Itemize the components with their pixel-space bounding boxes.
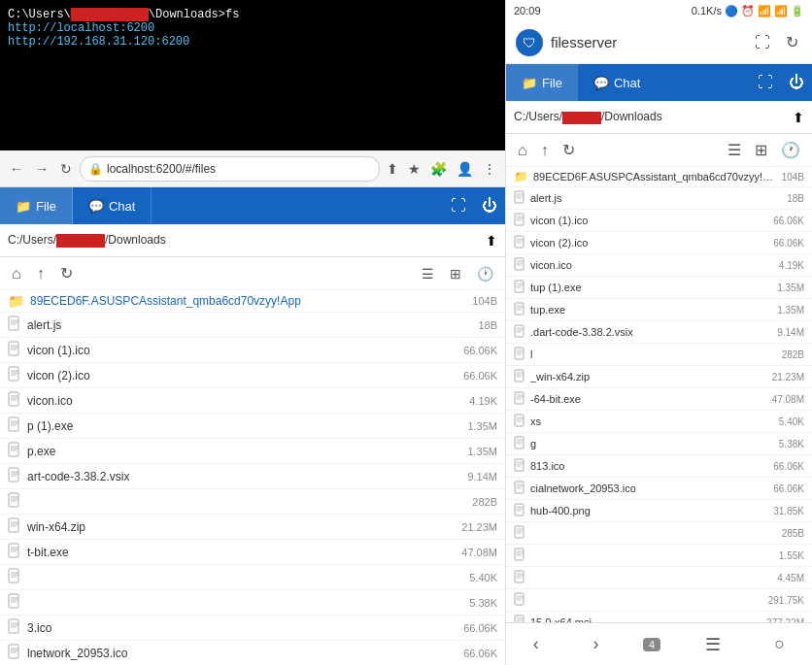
ext-button[interactable]: 🧩 — [427, 159, 450, 179]
status-icons: 0.1K/s 🔵 ⏰ 📶 📶 🔋 — [692, 5, 804, 17]
left-file-item-11[interactable]: 5.40K — [0, 565, 505, 590]
left-expand-button[interactable]: ⛶ — [443, 197, 474, 215]
right-file-name: vicon (2).ico — [530, 237, 768, 249]
right-file-item-11[interactable]: xs5.40K — [506, 411, 812, 433]
file-name: p (1).exe — [27, 419, 461, 433]
right-path-text: C:/Users//Downloads — [514, 110, 793, 123]
left-grid-view-button[interactable]: ⊞ — [446, 264, 465, 283]
left-file-item-5[interactable]: p (1).exe1.35M — [0, 414, 505, 439]
right-home-button[interactable]: ⌂ — [514, 140, 531, 161]
left-file-item-7[interactable]: art-code-3.38.2.vsix9.14M — [0, 464, 505, 489]
bookmark-button[interactable]: ★ — [405, 159, 423, 179]
right-path-bar: C:/Users//Downloads ⬆ — [506, 101, 812, 134]
left-time-button[interactable]: 🕐 — [473, 264, 497, 283]
left-file-item-8[interactable]: 282B — [0, 489, 505, 515]
left-up-button[interactable]: ↑ — [33, 263, 49, 284]
right-file-item-3[interactable]: vicon (2).ico66.06K — [506, 232, 812, 254]
right-file-item-6[interactable]: tup.exe1.35M — [506, 299, 812, 321]
right-file-type-icon — [514, 391, 525, 407]
right-file-size: 285B — [782, 528, 804, 539]
browser-forward-button[interactable]: → — [31, 159, 52, 179]
right-file-item-14[interactable]: cialnetwork_20953.ico66.06K — [506, 478, 812, 500]
left-file-item-1[interactable]: alert.js18B — [0, 313, 505, 338]
file-size: 66.06K — [463, 345, 497, 356]
right-file-item-13[interactable]: 813.ico66.06K — [506, 455, 812, 478]
right-expand-header-button[interactable]: ⛶ — [751, 32, 774, 53]
right-file-type-icon — [514, 570, 525, 585]
right-file-item-1[interactable]: alert.js18B — [506, 187, 812, 210]
right-file-item-2[interactable]: vicon (1).ico66.06K — [506, 210, 812, 232]
left-home-button[interactable]: ⌂ — [8, 263, 25, 284]
left-tab-chat[interactable]: 💬 Chat — [73, 187, 152, 224]
right-upload-button[interactable]: ⬆ — [793, 110, 804, 125]
left-refresh-button[interactable]: ↻ — [56, 262, 77, 284]
right-tab-file[interactable]: 📁 File — [506, 64, 578, 101]
right-up-button[interactable]: ↑ — [537, 140, 553, 161]
right-refresh-header-button[interactable]: ↻ — [782, 31, 802, 53]
left-file-item-2[interactable]: vicon (1).ico66.06K — [0, 338, 505, 363]
share-button[interactable]: ⬆ — [384, 159, 401, 179]
address-bar: 🔒 localhost:6200/#/files — [80, 156, 380, 182]
nav-back-button[interactable]: ‹ — [524, 630, 549, 658]
nav-menu-button[interactable]: ☰ — [695, 630, 730, 659]
browser-back-button[interactable]: ← — [6, 159, 27, 179]
right-file-item-9[interactable]: _win-x64.zip21.23M — [506, 366, 812, 388]
right-file-item-20[interactable]: 15.0-x64.msi277.22M — [506, 612, 812, 622]
svg-rect-92 — [515, 370, 524, 382]
svg-rect-120 — [515, 526, 524, 538]
file-type-icon — [8, 568, 21, 586]
right-tab-chat[interactable]: 💬 Chat — [578, 64, 656, 101]
right-file-item-7[interactable]: .dart-code-3.38.2.vsix9.14M — [506, 321, 812, 344]
left-list-view-button[interactable]: ☰ — [418, 264, 438, 283]
svg-rect-64 — [515, 214, 524, 225]
right-file-type-icon — [514, 257, 525, 273]
left-file-item-6[interactable]: p.exe1.35M — [0, 439, 505, 464]
browser-refresh-button[interactable]: ↻ — [56, 159, 76, 179]
right-file-item-8[interactable]: l282B — [506, 344, 812, 366]
nav-home-button[interactable]: ○ — [764, 630, 795, 658]
svg-rect-124 — [515, 549, 524, 560]
profile-button[interactable]: 👤 — [454, 159, 476, 179]
file-size: 66.06K — [463, 622, 497, 634]
left-file-item-13[interactable]: 3.ico66.06K — [0, 615, 505, 641]
right-file-name: vicon.ico — [530, 259, 774, 271]
right-expand-tab-button[interactable]: ⛶ — [750, 74, 781, 91]
right-refresh-button[interactable]: ↻ — [558, 139, 579, 161]
left-file-item-10[interactable]: t-bit.exe47.08M — [0, 540, 505, 565]
left-file-item-0[interactable]: 📁89ECED6F.ASUSPCAssistant_qmba6cd70vzyy!… — [0, 290, 505, 313]
right-file-type-icon: 📁 — [514, 170, 528, 183]
right-file-item-10[interactable]: -64-bit.exe47.08M — [506, 388, 812, 411]
nav-forward-button[interactable]: › — [583, 630, 608, 658]
right-file-item-16[interactable]: 285B — [506, 522, 812, 545]
left-file-item-14[interactable]: lnetwork_20953.ico66.06K — [0, 641, 505, 665]
left-tab-file[interactable]: 📁 File — [0, 187, 73, 224]
right-time-button[interactable]: 🕐 — [777, 139, 804, 161]
right-file-name: 89ECED6F.ASUSPCAssistant_qmba6cd70vzyy!A… — [533, 171, 777, 183]
right-file-item-18[interactable]: 4.45M — [506, 567, 812, 589]
left-power-button[interactable]: ⏻ — [474, 197, 505, 215]
left-file-item-4[interactable]: vicon.ico4.19K — [0, 388, 505, 414]
file-size: 66.06K — [463, 648, 497, 659]
right-file-type-icon — [514, 347, 525, 362]
right-file-item-19[interactable]: 291.75K — [506, 589, 812, 612]
data-speed: 0.1K/s — [692, 5, 722, 17]
file-size: 1.35M — [467, 446, 497, 457]
left-file-item-12[interactable]: 5.38K — [0, 590, 505, 615]
left-file-item-3[interactable]: vicon (2).ico66.06K — [0, 363, 505, 388]
right-file-size: 66.06K — [773, 238, 804, 249]
right-file-item-0[interactable]: 📁89ECED6F.ASUSPCAssistant_qmba6cd70vzyy!… — [506, 167, 812, 187]
right-file-size: 9.14M — [777, 327, 804, 338]
right-file-item-5[interactable]: tup (1).exe1.35M — [506, 277, 812, 299]
right-grid-view-button[interactable]: ⊞ — [751, 139, 771, 161]
right-file-item-15[interactable]: hub-400.png31.85K — [506, 500, 812, 522]
right-file-item-17[interactable]: 1.55K — [506, 545, 812, 567]
right-file-item-4[interactable]: vicon.ico4.19K — [506, 254, 812, 277]
right-power-tab-button[interactable]: ⏻ — [781, 74, 812, 91]
right-file-item-12[interactable]: g5.38K — [506, 433, 812, 455]
left-upload-button[interactable]: ⬆ — [486, 233, 497, 249]
right-list-view-button[interactable]: ☰ — [724, 139, 745, 161]
right-app-header: 🛡 filesserver ⛶ ↻ — [506, 21, 812, 64]
left-file-item-9[interactable]: win-x64.zip21.23M — [0, 515, 505, 540]
more-button[interactable]: ⋮ — [480, 159, 499, 179]
right-app-title: filesserver — [551, 34, 743, 50]
